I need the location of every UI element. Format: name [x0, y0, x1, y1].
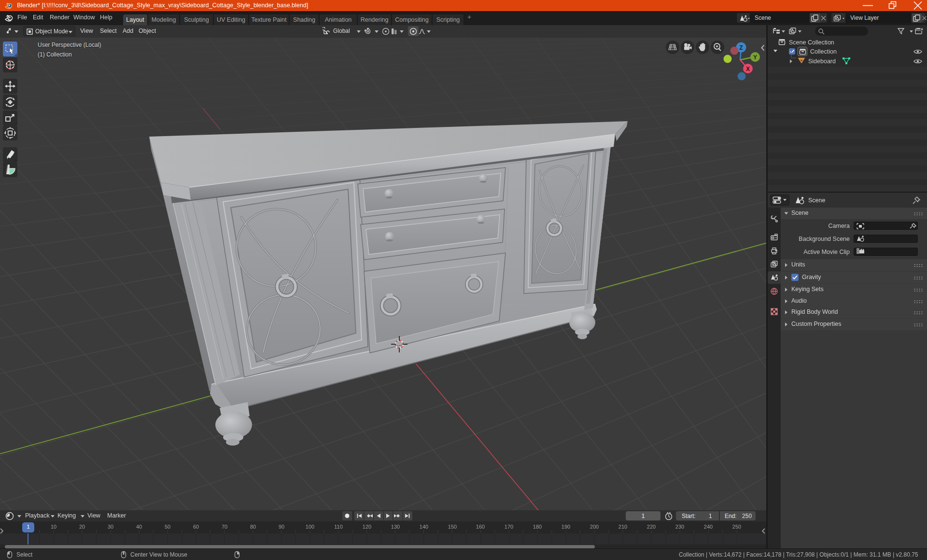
- svg-text:Z: Z: [739, 44, 743, 51]
- svg-text:Y: Y: [753, 54, 757, 61]
- svg-text:X: X: [746, 66, 750, 72]
